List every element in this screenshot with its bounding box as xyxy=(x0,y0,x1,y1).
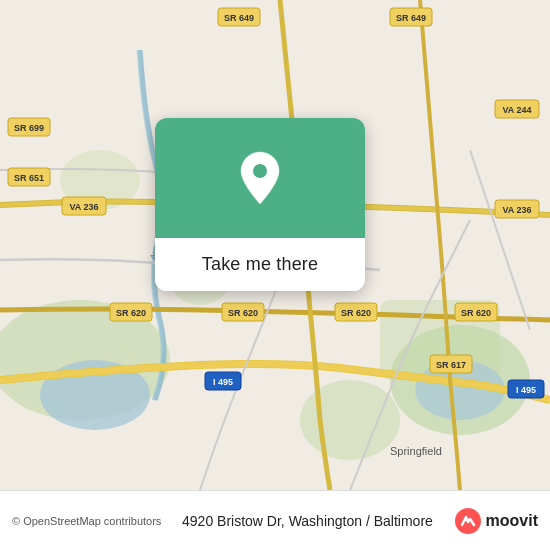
svg-text:Springfield: Springfield xyxy=(390,445,442,457)
svg-text:VA 236: VA 236 xyxy=(69,202,98,212)
take-me-there-button[interactable]: Take me there xyxy=(155,238,365,291)
svg-text:SR 620: SR 620 xyxy=(228,308,258,318)
svg-text:VA 236: VA 236 xyxy=(502,205,531,215)
moovit-logo: moovit xyxy=(454,507,538,535)
svg-text:SR 620: SR 620 xyxy=(461,308,491,318)
svg-text:SR 651: SR 651 xyxy=(14,173,44,183)
svg-text:I 495: I 495 xyxy=(516,385,536,395)
svg-text:I 495: I 495 xyxy=(213,377,233,387)
svg-text:SR 649: SR 649 xyxy=(396,13,426,23)
moovit-icon xyxy=(454,507,482,535)
address-label: 4920 Bristow Dr, Washington / Baltimore xyxy=(161,513,453,529)
svg-text:SR 620: SR 620 xyxy=(116,308,146,318)
svg-text:SR 699: SR 699 xyxy=(14,123,44,133)
svg-text:SR 617: SR 617 xyxy=(436,360,466,370)
svg-point-40 xyxy=(253,164,267,178)
copyright-area: © OpenStreetMap contributors xyxy=(12,515,161,527)
map-view: SR 649 SR 649 SR 699 VA 236 SR 651 VA 24… xyxy=(0,0,550,490)
svg-point-3 xyxy=(300,380,400,460)
location-popup: Take me there xyxy=(155,118,365,291)
svg-text:SR 620: SR 620 xyxy=(341,308,371,318)
bottom-bar: © OpenStreetMap contributors 4920 Bristo… xyxy=(0,490,550,550)
moovit-text: moovit xyxy=(486,512,538,530)
svg-text:VA 244: VA 244 xyxy=(502,105,531,115)
osm-copyright: © OpenStreetMap contributors xyxy=(12,515,161,527)
popup-map-preview xyxy=(155,118,365,238)
svg-text:SR 649: SR 649 xyxy=(224,13,254,23)
location-pin-icon xyxy=(236,154,284,202)
